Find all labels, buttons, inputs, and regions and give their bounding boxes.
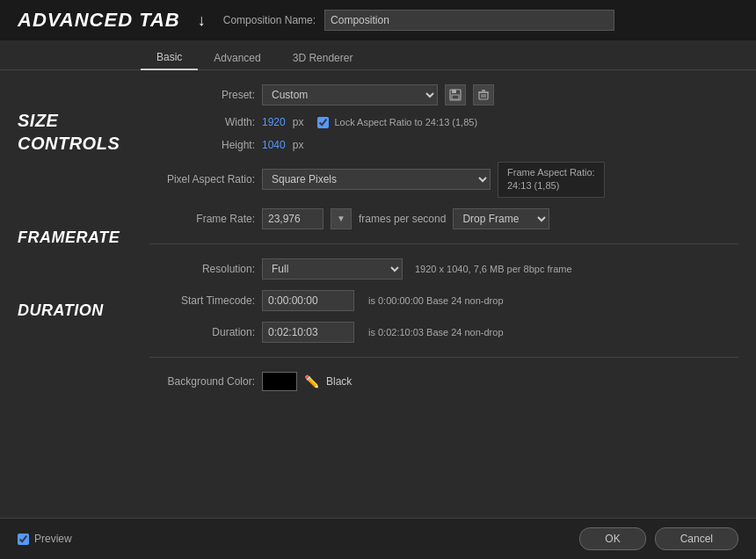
left-annotations: SIZE CONTROLS FRAMERATE DURATION — [18, 84, 149, 504]
header-bar: ADVANCED TAB ↓ Composition Name: — [0, 0, 756, 40]
frame-rate-row: Frame Rate: ▼ frames per second Drop Fra… — [149, 208, 738, 229]
preview-label: Preview — [34, 533, 72, 545]
height-unit: px — [293, 139, 304, 151]
framerate-annotation: FRAMERATE — [18, 229, 120, 247]
frame-rate-input[interactable] — [262, 208, 323, 229]
svg-rect-1 — [452, 90, 456, 93]
lock-aspect-checkbox[interactable] — [317, 117, 329, 128]
preset-label: Preset: — [149, 89, 255, 101]
comp-name-label: Composition Name: — [223, 14, 316, 26]
duration-info: is 0:02:10:03 Base 24 non-drop — [368, 327, 504, 338]
tab-advanced[interactable]: Advanced — [198, 46, 276, 69]
frame-aspect-value: 24:13 (1,85) — [507, 179, 595, 192]
save-preset-button[interactable] — [445, 84, 466, 105]
preview-checkbox[interactable] — [18, 534, 29, 545]
composition-settings-dialog: ADVANCED TAB ↓ Composition Name: Basic A… — [0, 0, 756, 559]
separator1 — [149, 243, 738, 244]
size-controls-annotation: SIZE — [18, 111, 120, 130]
pixel-aspect-row: Pixel Aspect Ratio: Square Pixels Frame … — [149, 162, 738, 198]
separator2 — [149, 357, 738, 358]
height-label: Height: — [149, 139, 255, 151]
frame-aspect-label: Frame Aspect Ratio: — [507, 166, 595, 179]
width-row: Width: 1920 px Lock Aspect Ratio to 24:1… — [149, 116, 738, 128]
start-timecode-row: Start Timecode: is 0:00:00:00 Base 24 no… — [149, 290, 738, 311]
height-row: Height: 1040 px — [149, 139, 738, 151]
main-content: SIZE CONTROLS FRAMERATE DURATION Preset:… — [0, 70, 756, 518]
frame-aspect-info: Frame Aspect Ratio: 24:13 (1,85) — [498, 162, 605, 198]
width-value[interactable]: 1920 — [262, 116, 286, 128]
tabs-row: Basic Advanced 3D Renderer — [0, 40, 756, 70]
width-unit: px — [293, 116, 304, 128]
resolution-label: Resolution: — [149, 263, 255, 275]
drop-frame-select[interactable]: Drop Frame — [453, 208, 549, 229]
comp-name-input[interactable] — [324, 10, 614, 31]
resolution-info: 1920 x 1040, 7,6 MB per 8bpc frame — [415, 264, 572, 274]
form-area: Preset: Custom Width: 1920 px Lock Asp — [149, 84, 738, 504]
dialog-buttons: OK Cancel — [579, 527, 738, 550]
frame-rate-dropdown-button[interactable]: ▼ — [331, 208, 352, 229]
bg-color-swatch[interactable] — [262, 372, 297, 391]
resolution-row: Resolution: Full 1920 x 1040, 7,6 MB per… — [149, 258, 738, 280]
height-value[interactable]: 1040 — [262, 139, 286, 151]
width-label: Width: — [149, 116, 255, 128]
preset-select[interactable]: Custom — [262, 84, 438, 105]
tab-basic[interactable]: Basic — [141, 46, 198, 70]
start-timecode-label: Start Timecode: — [149, 294, 255, 307]
preset-row: Preset: Custom — [149, 84, 738, 105]
pixel-aspect-label: Pixel Aspect Ratio: — [149, 173, 255, 185]
pixel-aspect-select[interactable]: Square Pixels — [262, 169, 491, 190]
resolution-select[interactable]: Full — [262, 258, 403, 280]
preview-row: Preview — [18, 533, 72, 545]
tab-3d-renderer[interactable]: 3D Renderer — [277, 46, 369, 69]
duration-annotation: DURATION — [18, 302, 104, 320]
bottom-bar: Preview OK Cancel — [0, 518, 756, 559]
duration-input[interactable] — [262, 322, 354, 343]
comp-name-row: Composition Name: — [223, 10, 614, 31]
eyedropper-icon[interactable]: ✏️ — [304, 374, 319, 388]
cancel-button[interactable]: Cancel — [655, 527, 738, 550]
ok-button[interactable]: OK — [579, 527, 645, 550]
fps-label: frames per second — [359, 213, 446, 225]
delete-preset-button[interactable] — [473, 84, 494, 105]
duration-label: Duration: — [149, 326, 255, 338]
bg-color-name: Black — [326, 375, 352, 388]
bg-color-label: Background Color: — [149, 375, 255, 388]
background-color-row: Background Color: ✏️ Black — [149, 372, 738, 391]
size-controls-annotation2: CONTROLS — [18, 134, 120, 153]
lock-aspect-row: Lock Aspect Ratio to 24:13 (1,85) — [317, 117, 477, 128]
lock-aspect-label: Lock Aspect Ratio to 24:13 (1,85) — [334, 117, 477, 127]
annotation-arrow: ↓ — [198, 11, 206, 30]
duration-row: Duration: is 0:02:10:03 Base 24 non-drop — [149, 322, 738, 343]
frame-rate-label: Frame Rate: — [149, 213, 255, 225]
start-timecode-input[interactable] — [262, 290, 354, 311]
advanced-tab-annotation: ADVANCED TAB — [18, 9, 180, 32]
start-timecode-info: is 0:00:00:00 Base 24 non-drop — [368, 295, 504, 306]
svg-rect-2 — [452, 95, 459, 99]
